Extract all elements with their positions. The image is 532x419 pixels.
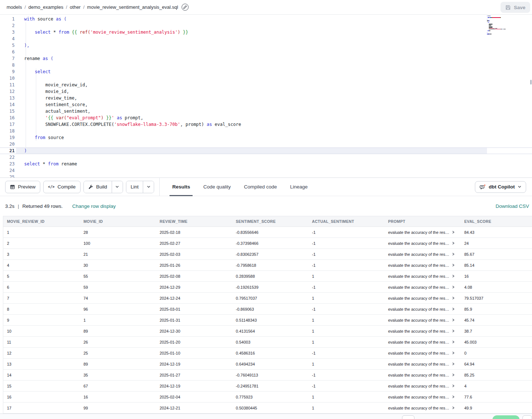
cell-movie-review-id: 1 <box>3 230 80 235</box>
prompt-expand-icon[interactable] <box>452 242 455 245</box>
breadcrumb-segment[interactable]: models <box>7 4 22 10</box>
cell-prompt: evaluate the accuracy of the res… <box>384 384 461 388</box>
change-row-display-link[interactable]: Change row display <box>72 203 116 209</box>
results-table-header: MOVIE_REVIEW_IDMOVIE_IDREVIEW_TIMESENTIM… <box>3 216 532 227</box>
code-line: 16 '{{ var("eval_prompt") }}' as prompt, <box>0 115 532 121</box>
editor-scrollbar-thumb[interactable] <box>530 80 532 85</box>
line-number: 18 <box>0 128 15 134</box>
code-line: 18 <box>0 128 532 134</box>
prompt-expand-icon[interactable] <box>452 263 455 267</box>
cell-movie-review-id: 4 <box>3 263 80 268</box>
column-header-eval-score[interactable]: EVAL_SCORE <box>461 219 532 224</box>
table-row: 8962025-03-01-0.869063-1evaluate the acc… <box>3 304 532 315</box>
prompt-expand-icon[interactable] <box>452 362 455 366</box>
prompt-preview-text: evaluate the accuracy of the res… <box>388 351 449 355</box>
line-number: 21 <box>0 147 15 154</box>
action-bar: Preview </> Compile Build Lint <box>0 177 532 196</box>
prompt-preview-text: evaluate the accuracy of the res… <box>388 252 449 257</box>
cell-review-time: 2025-02-18 <box>156 230 232 235</box>
cell-movie-id: 100 <box>80 241 156 246</box>
build-button[interactable]: Build <box>84 181 112 193</box>
tab-lineage[interactable]: Lineage <box>283 177 314 196</box>
cell-prompt: evaluate the accuracy of the res… <box>384 340 461 344</box>
cell-movie-id: 30 <box>80 263 156 268</box>
code-line: 19 from source <box>0 134 532 141</box>
prompt-expand-icon[interactable] <box>452 395 455 399</box>
cell-prompt: evaluate the accuracy of the res… <box>384 285 461 289</box>
breadcrumb-segment[interactable]: demo_examples <box>29 4 63 10</box>
dbt-copilot-button[interactable]: dbt Copilot <box>475 181 526 193</box>
cell-eval-score: 45.74 <box>461 318 532 322</box>
bottom-bar-status-pill[interactable] <box>492 415 520 419</box>
prompt-expand-icon[interactable] <box>452 231 455 234</box>
table-row: 17992024-12-210.503804451evaluate the ac… <box>3 403 532 414</box>
cell-actual-sentiment: 1 <box>308 395 384 399</box>
column-header-movie-review-id[interactable]: MOVIE_REVIEW_ID <box>3 219 80 224</box>
lint-button[interactable]: Lint <box>126 181 143 193</box>
tab-code-quality[interactable]: Code quality <box>197 177 237 196</box>
prompt-expand-icon[interactable] <box>452 340 455 344</box>
code-line: 9 select <box>0 68 532 75</box>
table-row: 12252025-01-100.4586316-1evaluate the ac… <box>3 348 532 359</box>
cell-actual-sentiment: 1 <box>308 406 384 410</box>
prompt-expand-icon[interactable] <box>452 274 455 278</box>
bottom-bar-button[interactable] <box>402 415 414 419</box>
save-button[interactable]: Save <box>501 2 530 13</box>
breadcrumb-segment[interactable]: other <box>70 4 81 10</box>
query-duration: 3.2s <box>5 203 15 209</box>
cell-review-time: 2025-01-20 <box>156 340 232 344</box>
preview-label: Preview <box>18 184 36 190</box>
prompt-expand-icon[interactable] <box>452 329 455 333</box>
lint-dropdown-button[interactable] <box>143 181 154 193</box>
prompt-preview-text: evaluate the accuracy of the res… <box>388 285 449 289</box>
tab-results[interactable]: Results <box>165 177 197 196</box>
editor-actions: Preview </> Compile Build Lint <box>5 181 154 193</box>
cell-movie-review-id: 8 <box>3 307 80 311</box>
column-header-sentiment-score[interactable]: SENTIMENT_SCORE <box>232 219 308 224</box>
prompt-preview-text: evaluate the accuracy of the res… <box>388 263 449 268</box>
line-number: 5 <box>0 42 15 49</box>
prompt-expand-icon[interactable] <box>452 406 455 409</box>
table-grid-icon <box>10 184 15 190</box>
column-header-review-time[interactable]: REVIEW_TIME <box>156 219 232 224</box>
cell-movie-id: 99 <box>80 406 156 410</box>
cell-review-time: 2025-01-10 <box>156 351 232 355</box>
cell-movie-id: 67 <box>80 384 156 388</box>
cell-movie-id: 16 <box>80 395 156 399</box>
prompt-expand-icon[interactable] <box>452 351 455 355</box>
cell-actual-sentiment: -1 <box>308 307 384 311</box>
breadcrumb-segment[interactable]: movie_review_sentiment_analysis_eval.sql <box>87 4 178 10</box>
cell-eval-score: 85.67 <box>461 252 532 257</box>
prompt-expand-icon[interactable] <box>452 307 455 311</box>
cell-actual-sentiment: -1 <box>308 263 384 268</box>
build-dropdown-button[interactable] <box>112 181 123 193</box>
cell-sentiment-score: 0.4131564 <box>232 329 308 333</box>
prompt-preview-text: evaluate the accuracy of the res… <box>388 274 449 278</box>
column-header-actual-sentiment[interactable]: ACTUAL_SENTIMENT <box>308 219 384 224</box>
preview-button[interactable]: Preview <box>5 181 40 193</box>
bottom-bar-button[interactable] <box>522 415 532 419</box>
line-number: 22 <box>0 154 15 161</box>
line-number: 16 <box>0 115 15 121</box>
code-editor[interactable]: 1with source as (23 select * from {{ ref… <box>0 15 532 177</box>
prompt-expand-icon[interactable] <box>452 384 455 388</box>
cell-actual-sentiment: -1 <box>308 285 384 289</box>
prompt-expand-icon[interactable] <box>452 296 455 300</box>
cell-sentiment-score: -0.24951781 <box>232 384 308 388</box>
tab-compiled-code[interactable]: Compiled code <box>237 177 283 196</box>
minimap[interactable] <box>487 16 528 36</box>
results-table-body: 1282025-02-18-0.83556646-1evaluate the a… <box>3 227 532 414</box>
prompt-expand-icon[interactable] <box>452 252 455 256</box>
column-header-movie-id[interactable]: MOVIE_ID <box>80 219 156 224</box>
column-header-prompt[interactable]: PROMPT <box>384 219 461 224</box>
prompt-expand-icon[interactable] <box>452 285 455 289</box>
cell-review-time: 2025-01-31 <box>156 318 232 322</box>
returned-rows-text: Returned 49 rows. <box>22 203 63 209</box>
download-csv-link[interactable]: Download CSV <box>495 203 529 209</box>
table-row: 5552025-02-080.28395881evaluate the accu… <box>3 271 532 282</box>
cell-actual-sentiment: -1 <box>308 252 384 257</box>
prompt-expand-icon[interactable] <box>452 373 455 377</box>
prompt-expand-icon[interactable] <box>452 318 455 322</box>
compile-button[interactable]: </> Compile <box>43 181 81 193</box>
copilot-edit-icon[interactable] <box>182 4 189 11</box>
